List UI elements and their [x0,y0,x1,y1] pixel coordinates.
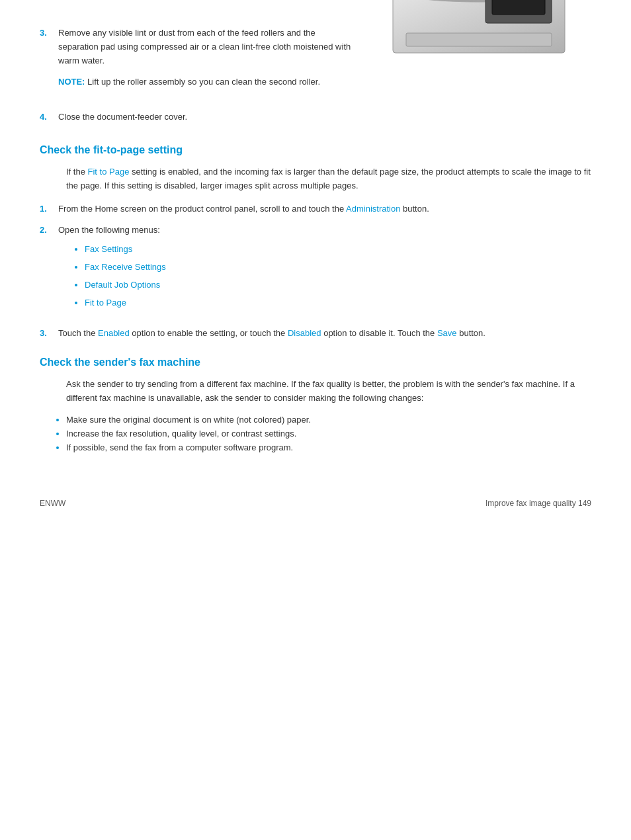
section1-intro: If the Fit to Page setting is enabled, a… [66,165,591,193]
footer-left: ENWW [40,499,65,508]
svg-rect-4 [406,33,552,46]
s1-step3-after: option to disable it. Touch the [321,328,437,338]
step4-row: 4. Close the document-feeder cover. [40,110,591,124]
step3-row: 3. Remove any visible lint or dust from … [40,26,353,89]
fax-settings-link[interactable]: Fax Settings [85,244,132,254]
note-label: NOTE: [58,77,85,87]
bullet-item-3: If possible, send the fax from a compute… [66,442,591,452]
section1-intro-before: If the [66,167,88,177]
administration-link[interactable]: Administration [346,204,400,214]
s1-step1-text-after: button. [400,204,429,214]
menu-item-fax-receive: Fax Receive Settings [85,261,591,274]
step3-body: Remove any visible lint or dust from eac… [58,26,353,89]
s1-step2-num: 2. [40,224,58,237]
s1-step3-num: 3. [40,327,58,341]
step3-text: Remove any visible lint or dust from eac… [58,28,351,65]
step3-number: 3. [40,26,58,40]
section1-step3: 3. Touch the Enabled option to enable th… [40,327,591,341]
svg-rect-6 [492,0,545,15]
footer-right: Improve fax image quality 149 [485,499,591,508]
page-footer: ENWW Improve fax image quality 149 [40,492,591,508]
step4-body: Close the document-feeder cover. [58,110,591,124]
section1-step2: 2. Open the following menus: Fax Setting… [40,224,591,319]
menu-item-fit-to-page: Fit to Page [85,296,591,310]
step4-text: Close the document-feeder cover. [58,112,187,122]
s1-step3-mid: option to enable the setting, or touch t… [130,328,288,338]
section-fit-to-page: Check the fit-to-page setting If the Fit… [40,144,591,341]
s1-step2-text: Open the following menus: [58,225,160,235]
fit-to-page-link[interactable]: Fit to Page [85,298,126,308]
note-block: NOTE: Lift up the roller assembly so you… [58,75,353,89]
section2-heading: Check the sender's fax machine [40,357,591,368]
fit-to-page-link-intro[interactable]: Fit to Page [88,167,130,177]
page-content: 3. Remove any visible lint or dust from … [40,26,591,508]
menu-item-fax-settings: Fax Settings [85,243,591,257]
printer-image-area [366,0,591,66]
s1-step3-end: button. [457,328,485,338]
menu-items-list: Fax Settings Fax Receive Settings Defaul… [85,243,591,310]
s1-step3-body: Touch the Enabled option to enable the s… [58,327,591,341]
s1-step1-body: From the Home screen on the product cont… [58,202,591,216]
note-text: Lift up the roller assembly so you can c… [87,77,320,87]
s1-step2-body: Open the following menus: Fax Settings F… [58,224,591,319]
disabled-link[interactable]: Disabled [288,328,321,338]
section-sender-fax: Check the sender's fax machine Ask the s… [40,357,591,452]
bullet-text-2: Increase the fax resolution, quality lev… [66,429,296,439]
section2-intro: Ask the sender to try sending from a dif… [66,378,591,405]
section1-intro-after: setting is enabled, and the incoming fax… [66,167,591,190]
bullet-text-3: If possible, send the fax from a compute… [66,442,293,452]
bullet-text-1: Make sure the original document is on wh… [66,415,311,425]
section1-step1: 1. From the Home screen on the product c… [40,202,591,216]
section1-heading: Check the fit-to-page setting [40,144,591,156]
printer-svg [366,0,591,66]
section2-bullets: Make sure the original document is on wh… [66,415,591,452]
fax-receive-link[interactable]: Fax Receive Settings [85,262,166,272]
bullet-item-2: Increase the fax resolution, quality lev… [66,429,591,439]
step3-section: 3. Remove any visible lint or dust from … [40,26,591,97]
step4-number: 4. [40,110,58,124]
s1-step3-before: Touch the [58,328,98,338]
default-job-link[interactable]: Default Job Options [85,280,160,290]
enabled-link[interactable]: Enabled [98,328,130,338]
bullet-item-1: Make sure the original document is on wh… [66,415,591,425]
s1-step1-num: 1. [40,202,58,216]
s1-step1-text-before: From the Home screen on the product cont… [58,204,346,214]
save-link[interactable]: Save [437,328,457,338]
menu-item-default-job: Default Job Options [85,278,591,292]
